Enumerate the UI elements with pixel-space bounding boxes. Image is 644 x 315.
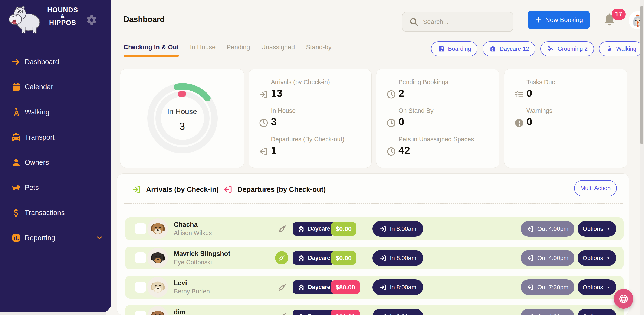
tab-stand-by[interactable]: Stand-by [306, 44, 332, 57]
options-dropdown[interactable]: Options [578, 308, 616, 315]
stat-value: 42 [398, 144, 410, 156]
sidebar-item-transport[interactable]: Transport [0, 125, 112, 150]
car-icon [11, 132, 21, 142]
filter-walking[interactable]: Walking [599, 41, 643, 56]
service-badge: Daycare [292, 251, 335, 265]
pet-name: Levi [174, 279, 187, 287]
app-screen: HOUNDS & HIPPOS Dashboard Calendar Walki… [0, 0, 644, 315]
row-checkbox[interactable] [135, 281, 146, 293]
building-icon [438, 45, 445, 53]
clock-icon [386, 89, 396, 100]
row-checkbox[interactable] [135, 252, 146, 263]
stat-value: 0 [526, 116, 532, 128]
check-in-icon [379, 313, 387, 315]
check-out-time-button[interactable]: Out 7:30pm [521, 279, 574, 295]
search-input[interactable] [422, 18, 513, 26]
check-in-time-button[interactable]: In 8:00am [372, 250, 423, 266]
check-in-time-button[interactable]: In 8:00am [372, 279, 423, 295]
sidebar-item-pets[interactable]: Pets [0, 175, 112, 200]
notification-badge[interactable]: 17 [612, 9, 626, 20]
tab-checking-in-out[interactable]: Checking In & Out [124, 44, 179, 57]
stat-label: Arrivals (by Check-in) [271, 79, 330, 86]
vaccination-ok-badge [275, 251, 288, 264]
check-out-time-button[interactable]: Out 4:00pm [521, 250, 574, 266]
check-out-time-button[interactable]: Out 4:00pm [521, 221, 574, 237]
gauge-value: 3 [120, 120, 244, 132]
new-booking-label: New Booking [546, 16, 583, 24]
tab-unassigned[interactable]: Unassigned [261, 44, 295, 57]
tasks-stats-card: Tasks Due 0 Warnings 0 [504, 69, 628, 168]
warning-icon [514, 118, 524, 128]
arrivals-title: Arrivals (by Check-in) [146, 185, 219, 193]
sidebar-item-owners[interactable]: Owners [0, 150, 112, 175]
gear-icon[interactable] [86, 14, 98, 26]
pet-row-chacha: Chacha Allison Wilkes Daycare $0.00 In 8… [125, 217, 624, 240]
options-dropdown[interactable]: Options [578, 250, 616, 266]
row-checkbox[interactable] [135, 223, 146, 234]
sidebar-item-transactions[interactable]: Transactions [0, 200, 112, 225]
stat-label: Pets in Unassigned Spaces [398, 136, 474, 143]
check-out-time-label: Out 4:00pm [537, 255, 568, 261]
search-box[interactable] [402, 12, 513, 32]
options-dropdown[interactable]: Options [578, 221, 616, 237]
hippo-logo[interactable] [6, 2, 45, 36]
walking-person-icon [606, 45, 613, 53]
service-filters: Boarding Daycare 12 Grooming 2 Walking [431, 41, 643, 56]
caret-down-icon [606, 284, 611, 290]
sidebar-item-walking[interactable]: Walking [0, 100, 112, 125]
filter-daycare[interactable]: Daycare 12 [482, 41, 536, 56]
stat-value: 3 [271, 116, 277, 128]
price-badge: $80.00 [331, 280, 360, 294]
sidebar-item-dashboard[interactable]: Dashboard [0, 49, 112, 74]
filter-boarding[interactable]: Boarding [431, 41, 478, 56]
filter-grooming[interactable]: Grooming 2 [540, 41, 594, 56]
sidebar-item-calendar[interactable]: Calendar [0, 74, 112, 100]
multi-action-button[interactable]: Multi Action [574, 180, 617, 196]
filter-label: Daycare 12 [500, 46, 529, 52]
tab-in-house[interactable]: In House [190, 44, 216, 57]
stat-value: 2 [398, 87, 404, 99]
check-in-time-button[interactable]: In 8:00am [372, 221, 423, 237]
service-badge: Daycare [292, 222, 335, 235]
sidebar-item-reporting[interactable]: Reporting [0, 225, 112, 250]
check-out-icon [527, 283, 534, 291]
daycare-house-icon [297, 312, 305, 315]
dog-face-icon [149, 220, 167, 238]
calendar-icon [11, 82, 21, 92]
check-out-time-label: Out 7:30pm [537, 284, 568, 291]
check-out-time-label: Out 4:00pm [537, 313, 568, 315]
check-in-time-label: In 8:00am [390, 284, 416, 291]
filter-label: Boarding [448, 46, 471, 52]
check-out-icon [223, 184, 233, 195]
check-in-time-label: In 8:00am [390, 225, 416, 232]
language-fab-button[interactable] [614, 289, 633, 308]
owner-name: Berny Burten [174, 288, 210, 295]
check-out-icon [527, 225, 534, 233]
arrivals-departures-panel: Arrivals (by Check-in) Departures (by Ch… [117, 173, 629, 315]
tab-pending[interactable]: Pending [226, 44, 250, 57]
pet-name: dim [174, 308, 186, 315]
page-title: Dashboard [124, 15, 164, 24]
sidebar-item-label: Calendar [25, 83, 53, 91]
bar-chart-icon [11, 233, 21, 243]
new-booking-button[interactable]: New Booking [528, 11, 590, 29]
stat-value: 1 [271, 144, 277, 156]
plus-icon [535, 16, 542, 24]
pet-avatar [147, 248, 168, 268]
check-in-time-label: In 8:00am [390, 255, 416, 261]
check-in-time-button[interactable]: In 8:00am [372, 308, 423, 315]
clock-icon [386, 146, 396, 157]
check-out-time-button[interactable]: Out 4:00pm [521, 308, 574, 315]
person-icon [11, 157, 21, 168]
filter-label: Walking [616, 46, 636, 52]
brand-line-2: & [44, 14, 81, 19]
stat-label: In House [271, 107, 296, 114]
options-label: Options [583, 225, 603, 232]
options-label: Options [583, 313, 603, 315]
daycare-house-icon [297, 225, 305, 233]
pet-row-dim: dim Daycare $90.00 In 8:00am Out 4:00pm … [125, 305, 624, 315]
options-dropdown[interactable]: Options [578, 279, 616, 295]
scrollbar-thumb[interactable] [640, 6, 643, 145]
stat-label: Pending Bookings [398, 79, 448, 86]
row-checkbox[interactable] [135, 311, 146, 315]
